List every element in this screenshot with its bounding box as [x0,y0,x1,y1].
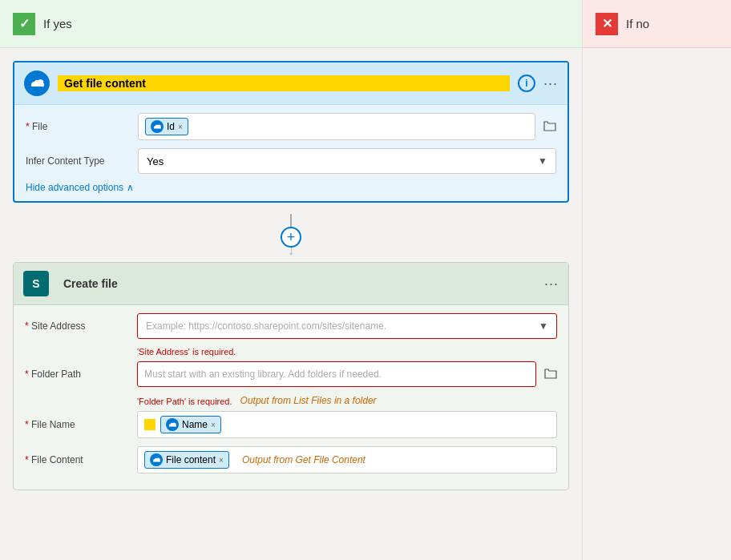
file-content-label: * File Content [25,454,129,465]
id-token-remove[interactable]: × [178,123,183,131]
get-file-content-header: Get file content i ··· [14,62,567,105]
file-value-container: Id × [138,113,556,140]
infer-content-type-value: Yes [147,155,164,167]
info-icon[interactable]: i [518,75,535,92]
get-file-content-title: Get file content [58,75,510,91]
folder-path-input[interactable]: Must start with an existing library. Add… [137,361,536,387]
chevron-up-icon: ∧ [127,182,134,193]
if-no-panel: ✕ If no [583,0,731,560]
folder-path-error: 'Folder Path' is required. [137,397,232,406]
folder-path-browse-icon[interactable] [544,368,557,381]
folder-path-row: * Folder Path Must start with an existin… [25,361,557,387]
if-yes-header: ✓ If yes [0,0,582,48]
file-name-group: * File Name [25,411,557,438]
file-content-value-container: File content × Output from Get File Cont… [137,446,557,473]
infer-content-type-value-container: Yes ▼ [138,148,556,174]
card-header-icons: i ··· [518,75,558,92]
file-name-value-container: Name × [137,411,557,438]
create-file-title: Create file [57,276,536,292]
hide-advanced-options[interactable]: Hide advanced options ∧ [26,182,556,193]
hide-advanced-label: Hide advanced options [26,182,123,193]
folder-path-value-container: Must start with an existing library. Add… [137,361,557,387]
site-address-error: 'Site Address' is required. [137,347,557,357]
arrow-down-icon: ↓ [288,244,294,257]
name-token: Name × [160,416,221,433]
folder-browse-icon[interactable] [543,120,556,134]
create-file-ellipsis-icon[interactable]: ··· [544,276,559,292]
folder-path-label: * Folder Path [25,369,129,380]
id-token: Id × [145,118,188,135]
file-content-token-label: File content [166,454,216,465]
x-icon: ✕ [596,13,618,35]
site-address-placeholder: Example: https://contoso.sharepoint.com/… [146,320,386,332]
file-name-input[interactable]: Name × [137,411,557,438]
site-address-group: * Site Address Example: https://contoso.… [25,313,557,357]
file-token-input[interactable]: Id × [138,113,535,140]
file-content-token-remove[interactable]: × [219,456,224,465]
file-name-row: * File Name [25,411,557,438]
file-content-input[interactable]: File content × Output from Get File Cont… [137,446,557,473]
file-name-label: * File Name [25,419,129,430]
get-file-content-body: * File [14,105,567,201]
name-token-label: Name [182,419,208,430]
check-icon: ✓ [13,13,35,35]
yellow-indicator [144,419,155,430]
site-address-value-container: Example: https://contoso.sharepoint.com/… [137,313,557,339]
token-onedrive-icon [151,120,164,133]
onedrive-icon [24,71,50,96]
folder-path-placeholder: Must start with an existing library. Add… [144,369,382,380]
site-address-dropdown[interactable]: Example: https://contoso.sharepoint.com/… [137,313,557,339]
sharepoint-icon: S [23,271,49,296]
if-yes-title: If yes [43,17,72,30]
file-content-token-icon [150,453,163,466]
folder-path-group: * Folder Path Must start with an existin… [25,361,557,406]
infer-content-type-row: Infer Content Type Yes ▼ [26,148,556,174]
chevron-down-icon: ▼ [538,155,547,167]
name-token-remove[interactable]: × [211,421,216,429]
if-yes-panel: ✓ If yes Get file content i ··· [0,0,583,560]
if-no-header: ✕ If no [583,0,731,48]
connector: + ↓ [13,209,569,262]
file-content-hint: Output from Get File Content [242,454,366,465]
get-file-content-card: Get file content i ··· * File [13,61,569,203]
infer-content-type-label: Infer Content Type [26,155,130,167]
file-content-row: * File Content [25,446,557,473]
file-content-token: File content × [144,451,229,469]
infer-content-type-dropdown[interactable]: Yes ▼ [138,148,556,174]
site-address-label: * Site Address [25,320,129,332]
name-token-icon [166,418,179,431]
file-content-group: * File Content [25,446,557,473]
create-file-body: * Site Address Example: https://contoso.… [14,305,568,489]
ellipsis-icon[interactable]: ··· [543,75,558,92]
folder-path-hint: Output from List Files in a folder [240,395,377,406]
if-yes-content: Get file content i ··· * File [0,48,582,503]
id-token-label: Id [167,121,175,132]
site-address-chevron: ▼ [539,320,548,332]
site-address-row: * Site Address Example: https://contoso.… [25,313,557,339]
create-file-card: S Create file ··· * Site Address [13,262,569,490]
if-no-title: If no [626,17,649,30]
file-label: * File [26,121,130,132]
create-file-header: S Create file ··· [14,263,568,305]
connector-line-top [290,214,292,227]
file-field-row: * File [26,113,556,140]
